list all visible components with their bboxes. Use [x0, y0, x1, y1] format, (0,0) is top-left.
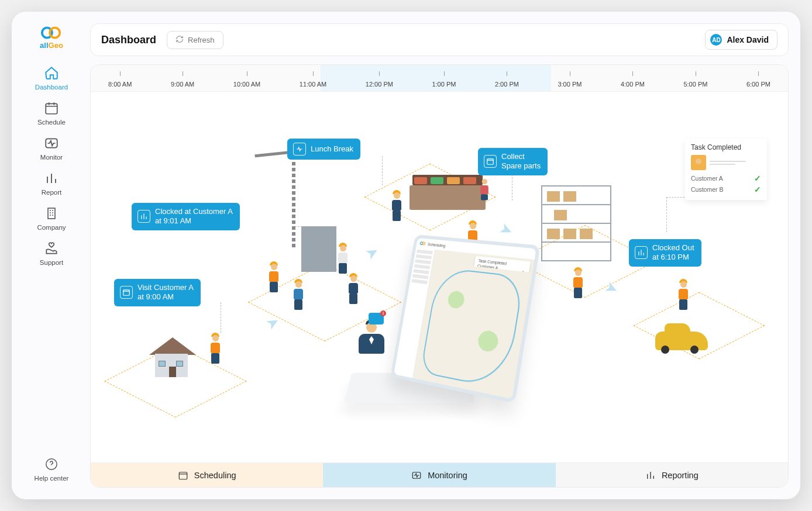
- task-card-avatar: [691, 155, 706, 170]
- home-icon: [43, 65, 60, 81]
- check-icon: ✓: [754, 174, 761, 183]
- timeline-tick: 3:00 PM: [558, 81, 582, 88]
- sidebar-item-report[interactable]: Report: [23, 170, 80, 196]
- sidebar-item-label: Support: [40, 259, 63, 266]
- timeline-tick: 11:00 AM: [300, 81, 326, 88]
- worker-illustration: [266, 261, 281, 292]
- sidebar-item-label: Company: [37, 224, 66, 231]
- connector: [382, 156, 383, 185]
- svg-rect-9: [487, 159, 494, 164]
- page-title: Dashboard: [101, 34, 156, 46]
- svg-rect-10: [179, 472, 187, 479]
- user-avatar: AD: [710, 34, 722, 46]
- timeline-tick: 2:00 PM: [495, 81, 519, 88]
- brand-logo-text: allGeo: [40, 41, 63, 50]
- app-window: allGeo Dashboard Schedule Monitor: [12, 12, 800, 499]
- timeline-tick: 1:00 PM: [432, 81, 456, 88]
- refresh-label: Refresh: [188, 36, 215, 44]
- tag-clocked-in: Clocked at Customer A at 9:01 AM: [132, 203, 240, 230]
- task-row-label: Customer A: [691, 175, 723, 182]
- check-icon: ✓: [754, 185, 761, 194]
- main-column: Dashboard Refresh AD Alex David 8:00 AM …: [90, 23, 789, 488]
- tablet-illustration: Scheduling Task Completed Customer A✓ Cu…: [390, 234, 541, 403]
- sidebar-item-dashboard[interactable]: Dashboard: [23, 65, 80, 91]
- house-illustration: [149, 337, 196, 377]
- tag-line: at 9:01 AM: [155, 216, 233, 226]
- sidebar-item-monitor[interactable]: Monitor: [23, 135, 80, 161]
- section-bar: Scheduling Monitoring Reporting: [91, 462, 788, 487]
- connector: [666, 197, 687, 198]
- sidebar-item-label: Schedule: [37, 119, 66, 126]
- calendar-icon: [43, 100, 60, 116]
- sidebar-item-company[interactable]: Company: [23, 205, 80, 231]
- task-card-title: Task Completed: [691, 143, 761, 151]
- worker-illustration: [208, 333, 223, 363]
- section-monitoring[interactable]: Monitoring: [323, 463, 555, 487]
- refresh-button[interactable]: Refresh: [167, 31, 223, 49]
- arrow-icon: ➤: [497, 219, 516, 240]
- refresh-icon: [176, 35, 184, 45]
- notification-bubble: 1: [369, 313, 384, 324]
- svg-point-7: [422, 242, 425, 245]
- connector: [221, 302, 221, 333]
- calendar-icon: [178, 470, 188, 481]
- timeline-tick: 12:00 PM: [366, 81, 393, 88]
- bar-chart-icon: [645, 470, 656, 481]
- manager-illustration: [359, 320, 384, 354]
- tag-clocked-out: Clocked Out at 6:10 PM: [629, 239, 701, 267]
- sidebar-item-help[interactable]: Help center: [35, 456, 69, 482]
- bar-chart-icon: [635, 246, 648, 259]
- tag-collect-parts: Collect Spare parts: [478, 148, 548, 175]
- sidebar-item-label: Report: [42, 189, 62, 196]
- tag-line: at 6:10 PM: [652, 253, 694, 262]
- task-row-label: Customer B: [691, 186, 723, 193]
- user-chip[interactable]: AD Alex David: [705, 30, 777, 50]
- worker-illustration: [346, 273, 361, 303]
- worker-illustration: [676, 279, 691, 309]
- sidebar-item-schedule[interactable]: Schedule: [23, 100, 80, 126]
- tag-line: Lunch Break: [311, 144, 353, 154]
- heartbeat-icon: [293, 143, 306, 156]
- hand-heart-icon: [43, 240, 60, 257]
- tag-line: Spare parts: [501, 161, 541, 171]
- sidebar-item-support[interactable]: Support: [23, 240, 80, 266]
- connector: [512, 171, 512, 201]
- map-illustration: [415, 262, 530, 396]
- task-completed-card: Task Completed Customer A ✓ Customer B ✓: [685, 139, 767, 200]
- svg-rect-8: [123, 290, 130, 295]
- svg-rect-2: [46, 103, 57, 113]
- workflow-canvas: ➤ ➤ ➤ ➤: [91, 92, 788, 462]
- sidebar: allGeo Dashboard Schedule Monitor: [23, 23, 80, 488]
- notification-badge: 1: [380, 310, 386, 316]
- connector: [666, 197, 667, 232]
- bar-chart-icon: [137, 210, 150, 223]
- section-scheduling[interactable]: Scheduling: [91, 463, 323, 487]
- tag-lunch-break: Lunch Break: [287, 139, 360, 160]
- question-icon: [43, 456, 60, 472]
- tag-visit-customer: Visit Customer A at 9:00 AM: [114, 279, 201, 306]
- worker-illustration: [389, 190, 404, 220]
- sidebar-item-label: Dashboard: [35, 84, 68, 91]
- worker-illustration: [335, 243, 350, 273]
- warehouse-rack-illustration: [541, 185, 611, 261]
- calendar-icon: [120, 286, 133, 299]
- timeline-tick: 10:00 AM: [233, 81, 260, 88]
- brand-logo-mark: [40, 26, 63, 40]
- heartbeat-icon: [43, 135, 60, 151]
- timeline-tick: 8:00 AM: [108, 81, 132, 88]
- section-reporting[interactable]: Reporting: [556, 463, 788, 487]
- bar-chart-icon: [43, 170, 60, 187]
- tablet-header: Scheduling: [428, 242, 446, 247]
- arrow-icon: ➤: [362, 242, 383, 264]
- cafeteria-illustration: [410, 185, 486, 210]
- heartbeat-icon: [411, 470, 422, 481]
- tag-line: at 9:00 AM: [137, 292, 194, 302]
- cashier-illustration: [478, 179, 491, 205]
- timeline-tick: 4:00 PM: [621, 81, 645, 88]
- worker-carrying-box-illustration: [570, 267, 586, 298]
- building-illustration: [301, 226, 336, 272]
- calendar-icon: [484, 155, 497, 168]
- section-label: Reporting: [662, 471, 699, 480]
- timeline-tick: 6:00 PM: [746, 81, 770, 88]
- section-label: Monitoring: [428, 471, 467, 480]
